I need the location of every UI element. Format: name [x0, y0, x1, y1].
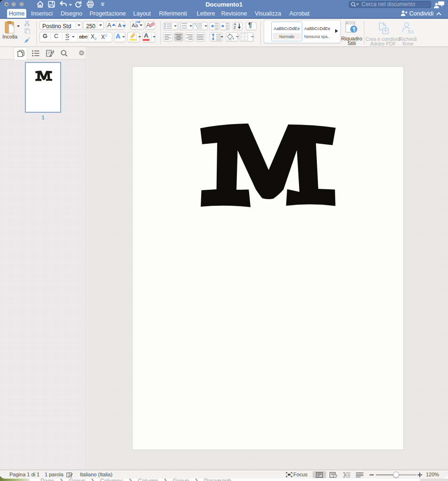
svg-text:¶: ¶	[353, 26, 355, 32]
svg-text:3: 3	[180, 27, 181, 29]
